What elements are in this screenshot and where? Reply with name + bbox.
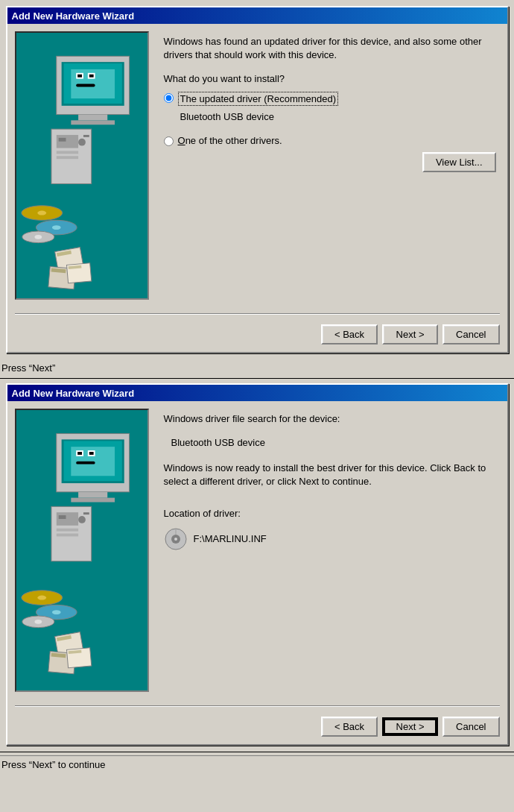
dialog2-separator [15, 705, 500, 706]
svg-rect-8 [76, 84, 95, 86]
dialog1-content: Windows has found an updated driver for … [7, 24, 507, 307]
dialog2-driver-path: F:\MARLINU.INF [194, 533, 267, 544]
dialog1-title-bar: Add New Hardware Wizard [7, 7, 507, 24]
svg-point-19 [37, 211, 46, 215]
dialog1-option1-row: The updated driver (Recommended) [164, 92, 496, 106]
svg-rect-38 [76, 462, 95, 465]
dialog1-option1-sub: Bluetooth USB device [180, 111, 496, 122]
svg-rect-45 [56, 534, 77, 537]
svg-rect-10 [71, 120, 115, 125]
dialog1-cancel-button[interactable]: Cancel [442, 324, 499, 344]
svg-rect-7 [89, 75, 93, 78]
svg-rect-37 [89, 452, 93, 455]
dialog2-ready-text: Windows is now ready to install the best… [164, 462, 496, 488]
disk-icon [164, 527, 188, 551]
svg-rect-47 [83, 512, 89, 514]
svg-point-16 [78, 139, 86, 146]
svg-point-51 [51, 610, 60, 614]
dialog2-right-panel: Windows driver file search for the devic… [156, 409, 500, 692]
dialog1-wizard-image [15, 31, 149, 300]
svg-rect-17 [83, 135, 89, 137]
svg-rect-40 [71, 498, 115, 503]
dialog1-view-list-row: View List... [164, 152, 496, 172]
svg-rect-13 [58, 138, 66, 142]
dialog1-option2-row-wrapper: One of the other drivers. [164, 135, 496, 146]
dialog1-right-panel: Windows has found an updated driver for … [156, 31, 500, 300]
dialog2-wizard-image [15, 409, 149, 692]
svg-point-46 [78, 516, 86, 523]
dialog1-option2-radio[interactable] [164, 136, 174, 146]
dialog2-title-bar: Add New Hardware Wizard [7, 385, 507, 401]
svg-rect-43 [58, 515, 66, 519]
dialog1-option1-label[interactable]: The updated driver (Recommended) [178, 92, 339, 106]
svg-rect-39 [78, 492, 107, 498]
dialog2-next-button[interactable]: Next > [382, 717, 438, 736]
dialog2-title: Add New Hardware Wizard [12, 388, 135, 399]
dialog2-device-name: Bluetooth USB device [171, 437, 496, 448]
dialog1-button-row: < Back Next > Cancel [7, 320, 507, 352]
svg-point-49 [37, 596, 46, 600]
dialog1-title: Add New Hardware Wizard [12, 10, 135, 22]
dialog1-radio-group: The updated driver (Recommended) Bluetoo… [164, 92, 496, 146]
dialog-separator-line [0, 378, 514, 379]
instruction2: Press “Next” to continue [0, 755, 514, 773]
dialog2-search-text: Windows driver file search for the devic… [164, 412, 496, 426]
dialog2-button-row: < Back Next > Cancel [7, 712, 507, 744]
dialog2-back-button[interactable]: < Back [321, 717, 378, 737]
instruction1: Press “Next” [0, 359, 514, 377]
dialog1-next-button[interactable]: Next > [382, 324, 438, 344]
dialog2: Add New Hardware Wizard [6, 383, 509, 746]
svg-point-62 [174, 538, 177, 541]
svg-rect-15 [56, 156, 77, 159]
svg-point-23 [34, 235, 42, 239]
svg-point-21 [51, 225, 60, 230]
svg-point-53 [34, 620, 42, 624]
dialog1-separator [15, 313, 500, 314]
dialog2-location-label: Location of driver: [164, 508, 496, 519]
svg-rect-6 [77, 75, 82, 78]
dialog2-driver-location: F:\MARLINU.INF [164, 527, 496, 551]
dialog1-option2-label: One of the other drivers. [178, 135, 282, 146]
dialog1-back-button[interactable]: < Back [321, 324, 378, 344]
dialog1-option2-o: One of the other drivers. [178, 135, 282, 146]
dialog1: Add New Hardware Wizard [6, 6, 509, 353]
dialog1-view-list-button[interactable]: View List... [422, 152, 496, 172]
dialog1-info-text: Windows has found an updated driver for … [164, 35, 496, 62]
svg-rect-9 [78, 115, 107, 121]
dialog1-option1-radio[interactable] [164, 93, 174, 103]
svg-rect-14 [56, 151, 77, 154]
bottom-separator-line [0, 752, 514, 752]
dialog2-cancel-button[interactable]: Cancel [442, 717, 499, 737]
svg-rect-36 [77, 452, 82, 455]
dialog1-option2-row: One of the other drivers. [164, 135, 496, 146]
dialog1-question: What do you want to install? [164, 73, 496, 84]
svg-rect-42 [56, 512, 77, 526]
svg-rect-44 [56, 529, 77, 532]
dialog2-content: Windows driver file search for the devic… [7, 401, 507, 699]
